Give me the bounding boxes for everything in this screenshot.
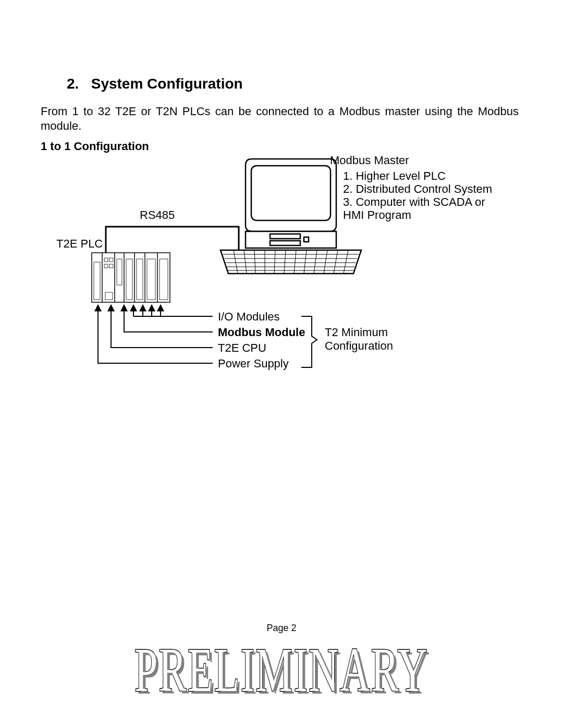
svg-rect-0: [251, 166, 331, 220]
intro-paragraph: From 1 to 32 T2E or T2N PLCs can be conn…: [41, 104, 519, 133]
t2e-cpu-label: T2E CPU: [218, 341, 266, 354]
svg-rect-31: [109, 258, 113, 262]
svg-rect-36: [126, 259, 132, 300]
section-heading: 2. System Configuration: [67, 76, 243, 92]
svg-rect-32: [104, 264, 108, 268]
master-title: Modbus Master: [330, 154, 409, 167]
master-list-4: HMI Program: [343, 208, 411, 221]
document-page: 2. System Configuration From 1 to 32 T2E…: [0, 0, 563, 728]
io-modules-label: I/O Modules: [218, 310, 280, 323]
svg-rect-39: [160, 259, 168, 300]
rs485-label: RS485: [140, 208, 175, 221]
svg-rect-34: [105, 292, 113, 300]
page-number: Page 2: [0, 623, 563, 634]
plc-rack-icon: [92, 253, 170, 302]
svg-rect-30: [104, 258, 108, 262]
system-diagram: Modbus Master 1. Higher Level PLC 2. Dis…: [41, 149, 520, 373]
master-list-3: 3. Computer with SCADA or: [343, 195, 485, 208]
section-number: 2.: [67, 76, 79, 92]
svg-rect-4: [304, 237, 309, 242]
svg-rect-29: [94, 262, 100, 300]
svg-rect-2: [270, 234, 300, 239]
group-label-2: Configuration: [325, 339, 393, 352]
watermark-text-fill: PRELIMINARY: [134, 635, 429, 706]
section-title-text: System Configuration: [91, 76, 243, 92]
svg-rect-3: [270, 241, 300, 245]
master-list-1: 1. Higher Level PLC: [343, 169, 446, 182]
plc-label: T2E PLC: [56, 237, 103, 250]
svg-rect-37: [137, 259, 143, 300]
svg-rect-35: [117, 259, 122, 285]
computer-icon: [221, 159, 361, 274]
power-supply-label: Power Supply: [218, 357, 289, 370]
preliminary-watermark: PRELIMINARY PRELIMINARY: [0, 635, 563, 682]
modbus-module-label: Modbus Module: [218, 326, 305, 339]
svg-rect-33: [109, 264, 113, 268]
master-list-2: 2. Distributed Control System: [343, 182, 492, 195]
svg-rect-38: [147, 259, 155, 300]
group-label-1: T2 Minimum: [325, 326, 388, 339]
